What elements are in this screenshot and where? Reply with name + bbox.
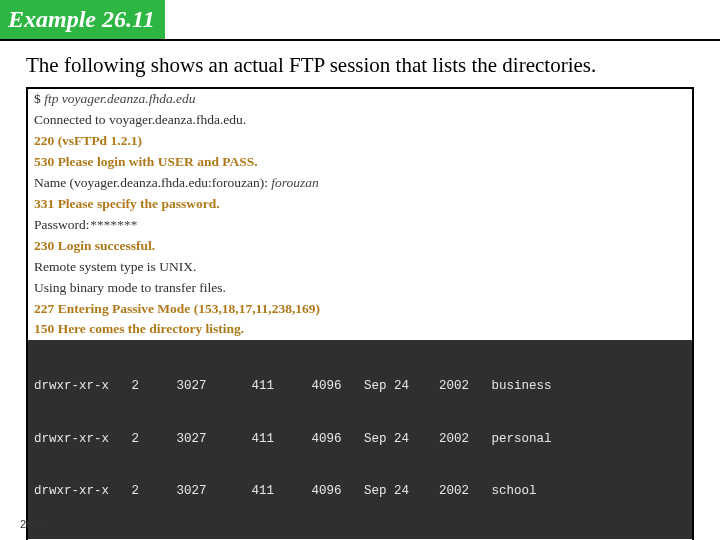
term-line: Connected to voyager.deanza.fhda.edu. [28,110,692,131]
example-title: Example 26.11 [8,6,155,32]
term-line: 150 Here comes the directory listing. [28,319,692,340]
dir-listing: drwxr-xr-x 2 3027 411 4096 Sep 24 2002 b… [28,340,692,539]
intro-text: The following shows an actual FTP sessio… [0,41,720,87]
term-line: 220 (vsFTPd 1.2.1) [28,131,692,152]
term-line: $ ftp voyager.deanza.fhda.edu [28,89,692,110]
list-row: drwxr-xr-x 2 3027 411 4096 Sep 24 2002 s… [34,483,686,501]
list-row: drwxr-xr-x 2 3027 411 4096 Sep 24 2002 p… [34,431,686,449]
example-header: Example 26.11 [0,0,165,41]
term-line: Password:******* [28,215,692,236]
term-line: 230 Login successful. [28,236,692,257]
term-line: Remote system type is UNIX. [28,257,692,278]
terminal-block: $ ftp voyager.deanza.fhda.edu Connected … [26,87,694,540]
term-line: 331 Please specify the password. [28,194,692,215]
term-line: 530 Please login with USER and PASS. [28,152,692,173]
term-line: 227 Entering Passive Mode (153,18,17,11,… [28,299,692,320]
list-row: drwxr-xr-x 2 3027 411 4096 Sep 24 2002 b… [34,378,686,396]
page-number: 26.37 [20,518,48,530]
term-line: Using binary mode to transfer files. [28,278,692,299]
term-line: Name (voyager.deanza.fhda.edu:forouzan):… [28,173,692,194]
